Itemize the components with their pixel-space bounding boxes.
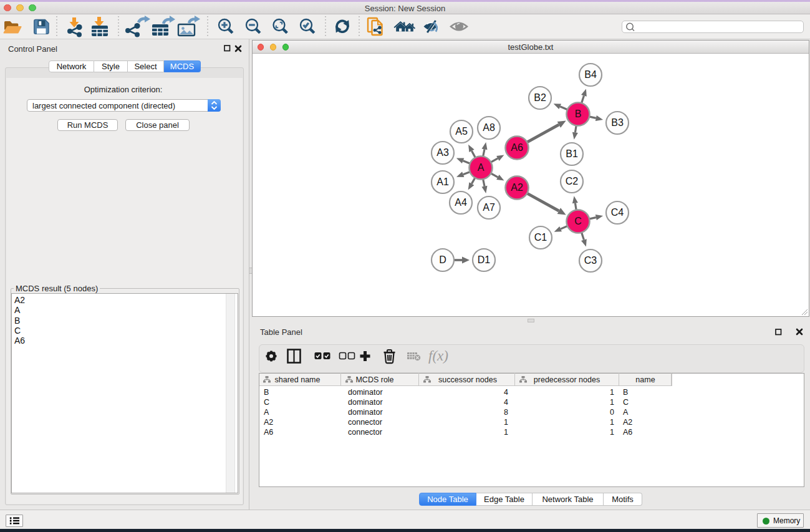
svg-text:B: B [623, 388, 628, 397]
svg-text:4: 4 [504, 398, 508, 407]
svg-text:C3: C3 [584, 255, 597, 266]
svg-text:shared name: shared name [275, 375, 321, 384]
svg-text:1: 1 [610, 398, 614, 407]
svg-text:B: B [264, 388, 269, 397]
svg-text:C4: C4 [611, 207, 624, 218]
svg-text:D: D [439, 254, 446, 265]
svg-text:0: 0 [610, 408, 614, 417]
svg-text:A6: A6 [623, 428, 632, 437]
svg-text:A3: A3 [436, 147, 449, 158]
svg-text:C1: C1 [534, 232, 547, 243]
svg-text:1: 1 [610, 428, 614, 437]
svg-text:dominator: dominator [348, 398, 383, 407]
svg-text:1: 1 [610, 388, 614, 397]
svg-text:1: 1 [504, 428, 508, 437]
svg-text:A2: A2 [511, 182, 523, 193]
svg-text:D1: D1 [478, 254, 491, 265]
svg-text:dominator: dominator [348, 388, 383, 397]
svg-text:8: 8 [504, 408, 508, 417]
svg-text:B3: B3 [611, 117, 624, 128]
svg-text:4: 4 [504, 388, 508, 397]
svg-text:A4: A4 [455, 197, 467, 208]
svg-text:connector: connector [348, 418, 382, 427]
svg-text:A1: A1 [436, 177, 449, 187]
svg-text:dominator: dominator [348, 408, 383, 417]
svg-text:A2: A2 [623, 418, 632, 427]
svg-text:A: A [478, 162, 485, 173]
svg-text:C: C [623, 398, 629, 407]
svg-text:A: A [264, 408, 269, 417]
svg-text:B1: B1 [566, 148, 578, 159]
svg-text:predecessor nodes: predecessor nodes [534, 375, 600, 384]
svg-text:B: B [575, 109, 582, 119]
svg-text:A6: A6 [264, 428, 273, 437]
svg-text:f(x): f(x) [428, 348, 448, 364]
svg-text:A6: A6 [511, 142, 523, 153]
svg-text:C: C [264, 398, 269, 407]
svg-text:A: A [623, 408, 629, 417]
svg-text:A5: A5 [455, 126, 468, 137]
svg-text:name: name [635, 375, 655, 384]
svg-text:B2: B2 [534, 92, 546, 103]
svg-text:connector: connector [348, 428, 382, 437]
svg-text:A7: A7 [483, 202, 495, 213]
svg-text:successor nodes: successor nodes [438, 375, 497, 384]
svg-text:A2: A2 [264, 418, 273, 427]
svg-text:1: 1 [504, 418, 508, 427]
svg-text:B4: B4 [584, 69, 597, 80]
svg-text:MCDS role: MCDS role [355, 375, 393, 384]
svg-text:A8: A8 [483, 122, 495, 133]
svg-text:C2: C2 [566, 176, 579, 186]
svg-text:1: 1 [610, 418, 614, 427]
svg-text:C: C [574, 216, 582, 226]
